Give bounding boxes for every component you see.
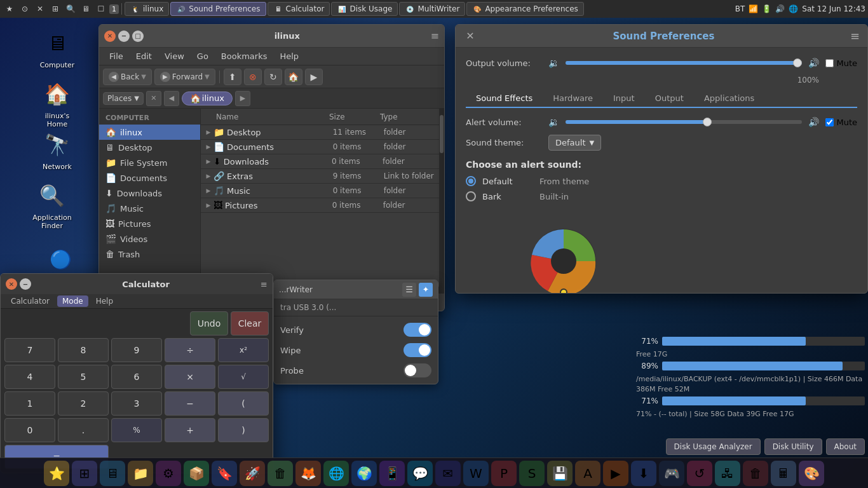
filelist-col-type[interactable]: Type bbox=[377, 112, 437, 121]
calc-btn-9[interactable]: 9 bbox=[111, 338, 162, 362]
fm-close-path-btn[interactable]: ✕ bbox=[146, 91, 161, 106]
sidebar-item-filesystem[interactable]: 📁 File System bbox=[99, 155, 200, 170]
output-volume-slider[interactable] bbox=[566, 61, 802, 65]
calc-btn-4[interactable]: 4 bbox=[4, 365, 55, 389]
dock-icon-files[interactable]: 📁 bbox=[128, 461, 153, 486]
calc-menu-calculator[interactable]: Calculator bbox=[6, 295, 55, 307]
file-row-music[interactable]: ▶ 🎵 Music 0 items folder bbox=[201, 184, 439, 198]
burner-wipe-toggle[interactable] bbox=[403, 343, 431, 357]
taskbar-app-ilinux[interactable]: 🐧 ilinux bbox=[125, 2, 169, 16]
fm-maximize-button[interactable]: □ bbox=[132, 30, 144, 42]
tray-flag[interactable]: 🌐 bbox=[789, 4, 798, 13]
sound-theme-select[interactable]: Default ▼ bbox=[548, 135, 601, 151]
fm-scrollbar-thumb[interactable] bbox=[440, 115, 444, 153]
taskbar-window-icon[interactable]: ☐ bbox=[94, 2, 108, 16]
dock-icon-qbt[interactable]: ⬇ bbox=[631, 461, 656, 486]
filelist-col-name[interactable]: Name bbox=[214, 112, 327, 121]
calc-btn-x2[interactable]: x² bbox=[218, 338, 269, 362]
tray-battery[interactable]: 🔋 bbox=[762, 4, 771, 13]
fm-chevron-right-icon[interactable]: ▶ bbox=[305, 69, 323, 85]
output-volume-thumb[interactable] bbox=[793, 58, 802, 67]
fm-next-path-btn[interactable]: ▶ bbox=[235, 91, 250, 106]
fm-reload-icon[interactable]: ↻ bbox=[264, 69, 282, 85]
dock-icon-calc-dock[interactable]: 🖩 bbox=[771, 461, 796, 486]
taskbar-app-appearance[interactable]: 🎨 Appearance Preferences bbox=[466, 2, 583, 16]
dock-icon-mail[interactable]: ✉ bbox=[435, 461, 461, 486]
calc-btn-3[interactable]: 3 bbox=[111, 391, 162, 416]
calc-btn-6[interactable]: 6 bbox=[111, 365, 162, 389]
alert-volume-slider[interactable] bbox=[566, 120, 802, 124]
fm-scrollbar[interactable] bbox=[439, 109, 444, 287]
taskbar-grid-icon[interactable]: ⊞ bbox=[48, 2, 62, 16]
tab-hardware[interactable]: Hardware bbox=[543, 90, 603, 108]
tray-bt[interactable]: BT bbox=[735, 4, 745, 13]
taskbar-monitor-icon[interactable]: 🖥 bbox=[79, 2, 93, 16]
expand-music-icon[interactable]: ▶ bbox=[203, 186, 214, 196]
calc-btn-openparen[interactable]: ( bbox=[218, 391, 269, 416]
fm-path-crumb[interactable]: 🏠 ilinux bbox=[182, 92, 233, 105]
calc-btn-sub[interactable]: − bbox=[165, 391, 215, 416]
taskbar-search-icon[interactable]: 🔍 bbox=[64, 2, 78, 16]
alert-option-bark[interactable]: Bark Built-in bbox=[466, 191, 857, 201]
tab-sound-effects[interactable]: Sound Effects bbox=[466, 90, 543, 108]
sidebar-item-desktop[interactable]: 🖥 Desktop bbox=[99, 140, 200, 155]
expand-extras-icon[interactable]: ▶ bbox=[203, 171, 214, 181]
dock-icon-pivot[interactable]: ↺ bbox=[687, 461, 712, 486]
disk-usage-analyzer-button[interactable]: Disk Usage Analyzer bbox=[666, 438, 761, 455]
dock-icon-steam[interactable]: 🎮 bbox=[659, 461, 684, 486]
sound-close-button[interactable]: ✕ bbox=[463, 29, 477, 43]
tab-output[interactable]: Output bbox=[645, 90, 694, 108]
taskbar-app-sound[interactable]: 🔊 Sound Preferences bbox=[170, 2, 266, 16]
taskbar-app-diskusage[interactable]: 📊 Disk Usage bbox=[331, 2, 398, 16]
calc-btn-1[interactable]: 1 bbox=[4, 391, 55, 416]
calc-btn-div[interactable]: ÷ bbox=[165, 338, 215, 362]
desktop-icon-network[interactable]: 🔭 Network bbox=[32, 127, 83, 173]
expand-desktop-icon[interactable]: ▶ bbox=[203, 127, 214, 137]
expand-pictures-icon[interactable]: ▶ bbox=[203, 200, 214, 210]
fm-menu-view[interactable]: View bbox=[159, 50, 189, 62]
calc-btn-7[interactable]: 7 bbox=[4, 338, 55, 362]
dock-icon-trash-dock[interactable]: 🗑 bbox=[268, 461, 293, 486]
dock-icon-finder[interactable]: 🖥 bbox=[100, 461, 125, 486]
calc-btn-mul[interactable]: × bbox=[165, 365, 215, 389]
tray-volume[interactable]: 🔊 bbox=[775, 4, 785, 13]
expand-documents-icon[interactable]: ▶ bbox=[203, 142, 214, 152]
calc-undo-button[interactable]: Undo bbox=[190, 311, 228, 336]
calc-btn-pct[interactable]: % bbox=[111, 418, 162, 442]
fm-menu-edit[interactable]: Edit bbox=[131, 50, 157, 62]
sidebar-item-trash[interactable]: 🗑 Trash bbox=[99, 247, 200, 262]
dock-icon-bookmarks[interactable]: 🔖 bbox=[212, 461, 237, 486]
dock-icon-star[interactable]: ⭐ bbox=[44, 461, 69, 486]
burner-verify-toggle[interactable] bbox=[403, 323, 431, 337]
sidebar-item-pictures[interactable]: 🖼 Pictures bbox=[99, 216, 200, 231]
burner-list-icon[interactable]: ☰ bbox=[402, 283, 416, 297]
dock-icon-rocket[interactable]: 🚀 bbox=[240, 461, 265, 486]
calc-btn-closeparen[interactable]: ) bbox=[218, 418, 269, 442]
fm-stop-icon[interactable]: ⊗ bbox=[244, 69, 262, 85]
alert-volume-thumb[interactable] bbox=[703, 118, 712, 126]
disk-utility-button[interactable]: Disk Utility bbox=[764, 438, 822, 455]
file-row-extras[interactable]: ▶ 🔗 Extras 9 items Link to folder bbox=[201, 169, 439, 184]
dock-icon-chrome2[interactable]: 🌍 bbox=[351, 461, 377, 486]
fm-places-button[interactable]: Places ▼ bbox=[103, 92, 144, 105]
tab-input[interactable]: Input bbox=[603, 90, 645, 108]
dock-icon-wps[interactable]: P bbox=[491, 461, 517, 486]
dock-icon-viber[interactable]: 📱 bbox=[379, 461, 405, 486]
calc-btn-5[interactable]: 5 bbox=[58, 365, 109, 389]
sidebar-item-videos[interactable]: 🎬 Videos bbox=[99, 231, 200, 247]
dock-icon-software[interactable]: 📦 bbox=[184, 461, 209, 486]
fm-menu-file[interactable]: File bbox=[104, 50, 128, 62]
burner-probe-toggle[interactable] bbox=[403, 363, 431, 377]
tab-applications[interactable]: Applications bbox=[694, 90, 764, 108]
tray-wifi[interactable]: 📶 bbox=[749, 4, 758, 13]
dock-icon-amazon[interactable]: A bbox=[575, 461, 600, 486]
taskbar-app-multiwriter[interactable]: 💿 MultiWriter bbox=[399, 2, 465, 16]
file-row-pictures[interactable]: ▶ 🖼 Pictures 0 items folder bbox=[201, 198, 439, 213]
dock-icon-word[interactable]: W bbox=[463, 461, 489, 486]
calc-minimize-button[interactable]: − bbox=[20, 278, 31, 290]
calc-btn-0[interactable]: 0 bbox=[4, 418, 55, 442]
taskbar-apps-icon[interactable]: ⊙ bbox=[18, 2, 32, 16]
fm-minimize-button[interactable]: − bbox=[118, 30, 130, 42]
calc-menu-mode[interactable]: Mode bbox=[57, 295, 88, 307]
about-button[interactable]: About bbox=[826, 438, 865, 455]
